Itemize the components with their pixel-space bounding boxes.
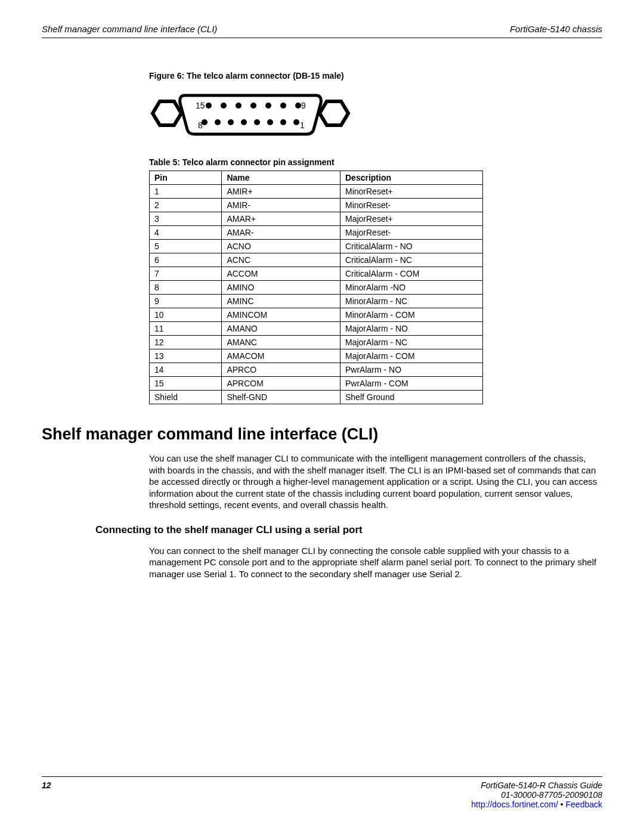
cell-desc: MinorReset- [340, 199, 482, 212]
svg-point-9 [202, 119, 208, 125]
cell-pin: 11 [150, 322, 222, 336]
svg-point-3 [221, 103, 227, 109]
cell-desc: PwrAlarm - COM [340, 377, 482, 391]
header-left: Shelf manager command line interface (CL… [42, 24, 217, 34]
pin-assignment-table: Pin Name Description 1AMIR+MinorReset+2A… [149, 171, 483, 404]
cell-desc: CriticalAlarm - NC [340, 253, 482, 267]
table-row: 8AMINOMinorAlarm -NO [150, 281, 483, 295]
db15-connector-diagram: 15 9 8 1 [149, 86, 602, 143]
svg-point-7 [280, 103, 286, 109]
svg-point-16 [293, 119, 299, 125]
pin-num-9: 9 [301, 101, 306, 110]
cell-pin: 14 [150, 363, 222, 377]
cell-name: AMINCOM [222, 308, 340, 322]
table-row: 4AMAR-MajorReset- [150, 226, 483, 240]
footer-guide: FortiGate-5140-R Chassis Guide [471, 781, 602, 790]
page-number: 12 [42, 781, 51, 790]
figure-caption: Figure 6: The telco alarm connector (DB-… [149, 71, 602, 80]
cell-pin: 15 [150, 377, 222, 391]
table-row: 14APRCOPwrAlarm - NO [150, 363, 483, 377]
cell-name: ACCOM [222, 267, 340, 281]
cell-desc: MinorAlarm - NC [340, 295, 482, 308]
svg-point-12 [241, 119, 247, 125]
table-row: 2AMIR-MinorReset- [150, 199, 483, 212]
cell-pin: 4 [150, 226, 222, 240]
cell-name: AMINC [222, 295, 340, 308]
cell-desc: MinorAlarm -NO [340, 281, 482, 295]
cell-desc: MajorReset- [340, 226, 482, 240]
cell-desc: MajorAlarm - NO [340, 322, 482, 336]
table-row: 12AMANCMajorAlarm - NC [150, 336, 483, 349]
cell-name: AMIR+ [222, 185, 340, 199]
cell-name: ACNC [222, 253, 340, 267]
cell-desc: CriticalAlarm - COM [340, 267, 482, 281]
svg-point-4 [236, 103, 242, 109]
cell-pin: 7 [150, 267, 222, 281]
svg-point-2 [206, 103, 212, 109]
table-caption: Table 5: Telco alarm connector pin assig… [149, 157, 602, 167]
svg-point-13 [254, 119, 260, 125]
cell-name: APRCO [222, 363, 340, 377]
cell-pin: 9 [150, 295, 222, 308]
cell-name: AMAR- [222, 226, 340, 240]
th-desc: Description [340, 171, 482, 185]
table-row: 13AMACOMMajorAlarm - COM [150, 349, 483, 363]
svg-point-6 [265, 103, 271, 109]
table-row: 15APRCOMPwrAlarm - COM [150, 377, 483, 391]
cell-pin: 3 [150, 212, 222, 226]
cell-desc: Shelf Ground [340, 391, 482, 404]
footer-feedback-link[interactable]: Feedback [566, 800, 602, 809]
pin-num-15: 15 [196, 101, 205, 110]
pin-num-1: 1 [300, 120, 305, 130]
cell-name: AMACOM [222, 349, 340, 363]
svg-point-5 [250, 103, 256, 109]
table-row: 6ACNCCriticalAlarm - NC [150, 253, 483, 267]
cell-name: AMIR- [222, 199, 340, 212]
cell-name: AMANO [222, 322, 340, 336]
cell-desc: PwrAlarm - NO [340, 363, 482, 377]
footer-sep: • [558, 800, 566, 809]
cell-desc: MinorReset+ [340, 185, 482, 199]
table-row: ShieldShelf-GNDShelf Ground [150, 391, 483, 404]
cell-pin: 6 [150, 253, 222, 267]
cell-pin: 2 [150, 199, 222, 212]
table-row: 9AMINCMinorAlarm - NC [150, 295, 483, 308]
serial-port-paragraph: You can connect to the shelf manager CLI… [149, 545, 602, 580]
page-header: Shelf manager command line interface (CL… [42, 24, 602, 38]
page-footer: 12 FortiGate-5140-R Chassis Guide 01-300… [42, 776, 602, 809]
footer-rev: 01-30000-87705-20090108 [471, 790, 602, 800]
section-heading-cli: Shelf manager command line interface (CL… [42, 425, 602, 444]
th-name: Name [222, 171, 340, 185]
svg-point-10 [215, 119, 221, 125]
cell-name: Shelf-GND [222, 391, 340, 404]
footer-docs-link[interactable]: http://docs.fortinet.com/ [471, 800, 558, 809]
cell-desc: MajorAlarm - COM [340, 349, 482, 363]
table-row: 7ACCOMCriticalAlarm - COM [150, 267, 483, 281]
header-right: FortiGate-5140 chassis [510, 24, 602, 34]
cell-desc: MinorAlarm - COM [340, 308, 482, 322]
cell-pin: 8 [150, 281, 222, 295]
cell-name: ACNO [222, 240, 340, 253]
svg-marker-0 [153, 101, 181, 125]
table-row: 3AMAR+MajorReset+ [150, 212, 483, 226]
svg-point-8 [295, 103, 301, 109]
cell-name: AMINO [222, 281, 340, 295]
svg-marker-1 [320, 101, 348, 125]
cell-pin: 5 [150, 240, 222, 253]
cli-intro-paragraph: You can use the shelf manager CLI to com… [149, 453, 602, 511]
table-row: 11AMANOMajorAlarm - NO [150, 322, 483, 336]
cell-pin: Shield [150, 391, 222, 404]
subsection-serial-port: Connecting to the shelf manager CLI usin… [95, 524, 602, 536]
cell-desc: MajorAlarm - NC [340, 336, 482, 349]
svg-point-11 [228, 119, 234, 125]
cell-desc: CriticalAlarm - NO [340, 240, 482, 253]
cell-desc: MajorReset+ [340, 212, 482, 226]
svg-point-14 [267, 119, 273, 125]
cell-pin: 10 [150, 308, 222, 322]
table-row: 1AMIR+MinorReset+ [150, 185, 483, 199]
table-row: 10AMINCOMMinorAlarm - COM [150, 308, 483, 322]
cell-name: AMAR+ [222, 212, 340, 226]
cell-pin: 1 [150, 185, 222, 199]
table-row: 5ACNOCriticalAlarm - NO [150, 240, 483, 253]
cell-name: AMANC [222, 336, 340, 349]
